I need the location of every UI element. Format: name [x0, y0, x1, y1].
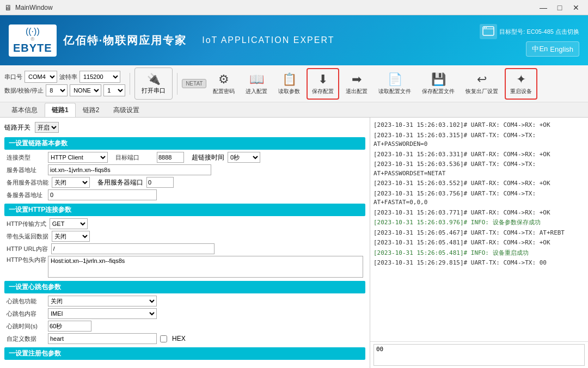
read-config-file-button[interactable]: 📄 读取配置文件 — [374, 68, 415, 100]
reconnect-label: 超链接时间 — [192, 153, 224, 162]
divider-1 — [130, 73, 130, 95]
section-heartbeat: 一设置心跳包参数 — [4, 281, 365, 293]
save-config-file-label: 保存配置文件 — [422, 88, 455, 95]
toolbar: 串口号 COM4 波特率 115200 数据/校验/停止 8 NONE 1 — [0, 65, 588, 102]
tabs: 基本信息 链路1 链路2 高级设置 — [0, 102, 588, 118]
data-bits-select[interactable]: 8 — [46, 84, 68, 96]
log-entry: [2023-10-31 15:26:03.536]# UART-TX: COM4… — [373, 160, 585, 178]
backup-port-input[interactable] — [146, 177, 174, 188]
log-entry: [2023-10-31 15:26:03.771]# UART-RX: COM4… — [373, 208, 585, 218]
window-title: MainWindow — [15, 4, 53, 11]
backup-addr-row: 备服务器地址 — [4, 189, 365, 200]
lang-icon: 中En — [532, 44, 548, 54]
server-addr-row: 服务器地址 — [4, 164, 365, 175]
section-basic-params: 一设置链路基本参数 — [4, 137, 365, 150]
reconnect-select[interactable]: 0秒 — [228, 152, 260, 163]
netat-area: NETAT — [182, 79, 206, 88]
radio-icon: ((·)) — [26, 27, 40, 36]
logo-area: ((·)) ® EBYTE 亿佰特·物联网应用专家 IoT APPLICATIO… — [9, 24, 334, 57]
save-config-label: 保存配置 — [312, 88, 334, 95]
config-pw-button[interactable]: ⚙ 配置密码 — [209, 68, 239, 100]
target-port-label: 目标端口 — [115, 154, 154, 162]
server-addr-input[interactable] — [48, 164, 211, 175]
backup-addr-input[interactable] — [48, 189, 157, 200]
save-config-file-icon: 💾 — [431, 72, 446, 87]
url-label: HTTP URL内容 — [7, 245, 48, 253]
backup-addr-label: 备服务器地址 — [7, 191, 45, 199]
baud-select[interactable]: 115200 — [79, 71, 120, 83]
target-port-input[interactable] — [157, 152, 184, 163]
heartbeat-enable-row: 心跳包功能 关闭 — [4, 296, 365, 306]
read-config-file-label: 读取配置文件 — [378, 88, 411, 95]
maximize-button[interactable]: □ — [552, 2, 567, 13]
header-content-row: HTTP包头内容 Host:iot.xn--1jvrln.xn--fiqs8s — [4, 256, 365, 278]
log-entry: [2023-10-31 15:26:03.331]# UART-RX: COM4… — [373, 150, 585, 160]
restart-button[interactable]: ✦ 重启设备 — [505, 68, 537, 100]
port-group: 串口号 COM4 波特率 115200 数据/校验/停止 8 NONE 1 — [4, 71, 125, 96]
hex-label: HEX — [172, 335, 186, 342]
log-entry: [2023-10-31 15:26:05.481]# INFO: 设备重启成功 — [373, 249, 585, 258]
logo-text: EBYTE — [13, 42, 52, 54]
stop-select[interactable]: 1 — [103, 84, 125, 96]
conn-type-row: 连接类型 HTTP Client 目标端口 超链接时间 0秒 — [4, 152, 365, 163]
restore-defaults-label: 恢复出厂设置 — [465, 88, 498, 95]
port-select[interactable]: COM4 — [24, 71, 57, 83]
log-entry: [2023-10-31 15:26:03.976]# INFO: 设备参数保存成… — [373, 218, 585, 228]
restart-icon: ✦ — [516, 72, 526, 87]
tab-link1[interactable]: 链路1 — [45, 103, 76, 117]
hex-checkbox[interactable] — [160, 335, 167, 342]
header-content-input[interactable]: Host:iot.xn--1jvrln.xn--fiqs8s — [48, 256, 363, 278]
heartbeat-enable-select[interactable]: 关闭 — [48, 296, 157, 306]
target-model[interactable]: 目标型号: EC05-485 点击切换 — [480, 24, 579, 39]
logo-box: ((·)) ® EBYTE — [9, 24, 57, 57]
log-entry: [2023-10-31 15:26:29.815]# UART-TX: COM4… — [373, 259, 585, 268]
log-entry: [2023-10-31 15:26:03.552]# UART-RX: COM4… — [373, 179, 585, 188]
port-icon: 🔌 — [147, 72, 161, 85]
exit-config-label: 退出配置 — [346, 88, 367, 95]
switch-select[interactable]: 开启 — [35, 122, 59, 133]
save-config-file-button[interactable]: 💾 保存配置文件 — [418, 68, 459, 100]
title-bar: 🖥 MainWindow — □ ✕ — [0, 0, 588, 15]
parity-select[interactable]: NONE — [70, 84, 101, 96]
left-panel: 链路开关 开启 一设置链路基本参数 连接类型 HTTP Client 目标端口 … — [0, 118, 370, 368]
log-input[interactable]: 00 — [373, 344, 585, 366]
custom-data-row: 自定义数据 HEX — [4, 333, 365, 344]
tab-basic-info[interactable]: 基本信息 — [4, 103, 45, 117]
url-input[interactable] — [51, 243, 215, 254]
close-button[interactable]: ✕ — [568, 2, 584, 13]
header-return-select[interactable]: 关闭 — [52, 231, 90, 242]
heartbeat-content-select[interactable]: IMEI — [48, 308, 157, 319]
title-bar-left: 🖥 MainWindow — [4, 3, 53, 12]
open-port-button[interactable]: 🔌 打开串口 — [134, 68, 173, 100]
svg-point-3 — [486, 27, 487, 28]
custom-data-input[interactable] — [48, 333, 157, 344]
log-entry: [2023-10-31 15:26:05.467]# UART-TX: COM4… — [373, 229, 585, 238]
http-method-select[interactable]: GET — [50, 218, 88, 229]
heartbeat-interval-input[interactable] — [48, 321, 91, 332]
read-config-file-icon: 📄 — [388, 72, 402, 87]
enter-config-label: 进入配置 — [246, 88, 267, 95]
switch-row: 链路开关 开启 — [4, 122, 365, 133]
tab-advanced[interactable]: 高级设置 — [106, 103, 146, 117]
http-method-row: HTTP传输方式 GET — [4, 218, 365, 229]
tab-link2[interactable]: 链路2 — [76, 103, 107, 117]
backup-port-label: 备用服务器端口 — [97, 178, 143, 187]
conn-type-select[interactable]: HTTP Client — [48, 152, 108, 163]
save-config-button[interactable]: ⬇ 保存配置 — [307, 68, 339, 100]
section-register: 一设置注册包参数 — [4, 347, 365, 360]
enter-config-button[interactable]: 📖 进入配置 — [241, 68, 272, 100]
backup-server-select[interactable]: 关闭 — [52, 177, 90, 188]
minimize-button[interactable]: — — [536, 2, 551, 13]
data-label: 数据/校验/停止 — [4, 87, 44, 95]
language-button[interactable]: 中En English — [526, 41, 579, 57]
header-return-label: 带包头返回数据 — [7, 232, 48, 241]
custom-data-label: 自定义数据 — [7, 335, 45, 343]
lang-label: English — [550, 45, 573, 53]
restore-defaults-button[interactable]: ↩ 恢复出厂设置 — [461, 68, 503, 100]
heartbeat-enable-label: 心跳包功能 — [7, 297, 45, 305]
netat-badge: NETAT — [182, 79, 206, 88]
read-params-button[interactable]: 📋 读取参数 — [274, 68, 304, 100]
exit-config-button[interactable]: ➡ 退出配置 — [341, 68, 372, 100]
heartbeat-interval-row: 心跳时间(s) — [4, 321, 365, 332]
config-pw-icon: ⚙ — [218, 72, 229, 87]
